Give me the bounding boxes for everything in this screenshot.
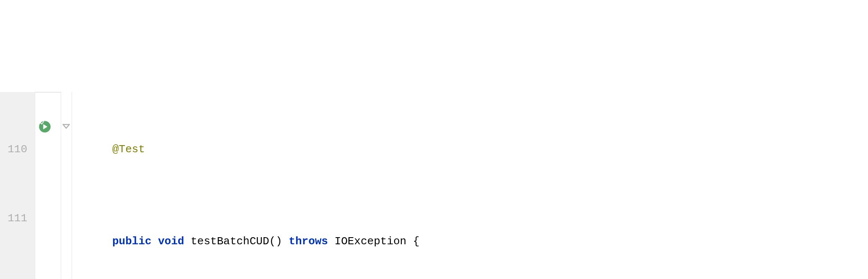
line-number-gutter: 110 111 112 113 114 115 116 117 118 119 … bbox=[0, 92, 35, 279]
code-editor: 110 111 112 113 114 115 116 117 118 119 … bbox=[0, 92, 868, 279]
brace: { bbox=[406, 235, 419, 248]
keyword-throws: throws bbox=[289, 235, 328, 248]
fold-column bbox=[61, 92, 72, 279]
keyword-public: public bbox=[112, 235, 152, 248]
fold-open-icon[interactable] bbox=[62, 123, 70, 130]
keyword-void: void bbox=[158, 235, 184, 248]
annotation: @Test bbox=[112, 143, 145, 156]
line-number[interactable]: 110 bbox=[0, 138, 31, 161]
line-number[interactable]: 111 bbox=[0, 207, 31, 230]
code-line[interactable]: public void testBatchCUD() throws IOExce… bbox=[72, 230, 564, 253]
gutter-icon-column bbox=[35, 92, 61, 279]
line-number[interactable]: 112 bbox=[0, 276, 31, 279]
separator bbox=[35, 92, 61, 92]
exception-type: IOException bbox=[335, 235, 407, 248]
method-name: testBatchCUD bbox=[191, 235, 269, 248]
parens: () bbox=[269, 235, 282, 248]
code-line[interactable]: @Test bbox=[72, 138, 564, 161]
run-test-icon[interactable] bbox=[39, 120, 51, 133]
code-area[interactable]: @Test public void testBatchCUD() throws … bbox=[72, 92, 564, 279]
